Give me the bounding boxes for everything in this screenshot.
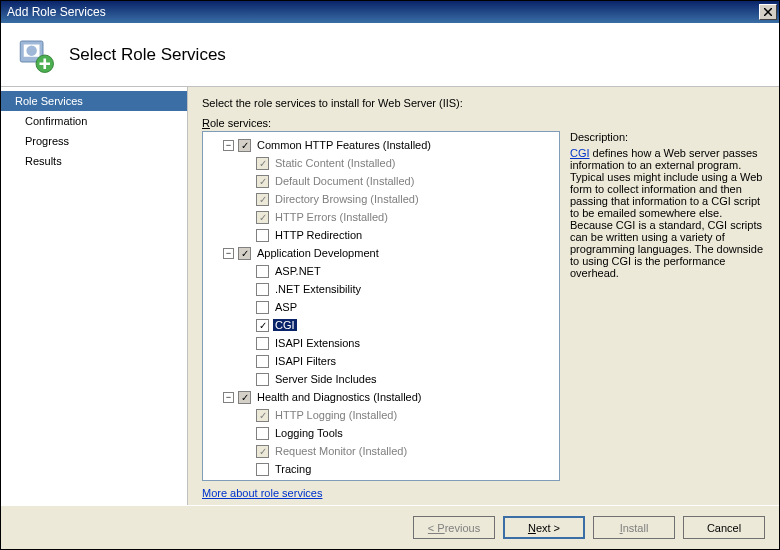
checkbox: ✓ (256, 157, 269, 170)
tree-node-label: Default Document (Installed) (273, 175, 416, 187)
tree-node[interactable]: Custom Logging (205, 478, 557, 481)
more-link[interactable]: More about role services (202, 487, 765, 499)
tree-node[interactable]: ASP (205, 298, 557, 316)
sidebar-item-results[interactable]: Results (1, 151, 187, 171)
sidebar-item-progress[interactable]: Progress (1, 131, 187, 151)
tree-node[interactable]: ASP.NET (205, 262, 557, 280)
tree-node[interactable]: −✓Common HTTP Features (Installed) (205, 136, 557, 154)
tree-node[interactable]: ISAPI Filters (205, 352, 557, 370)
intro-text: Select the role services to install for … (202, 97, 765, 109)
sidebar: Role ServicesConfirmationProgressResults (1, 87, 188, 505)
tree-node[interactable]: Tracing (205, 460, 557, 478)
tree-node-label: CGI (273, 319, 297, 331)
page-title: Select Role Services (69, 45, 226, 65)
tree-node-label: Common HTTP Features (Installed) (255, 139, 433, 151)
tree-node-label: ASP (273, 301, 299, 313)
toggle-icon[interactable]: − (223, 248, 234, 259)
description-body: CGI defines how a Web server passes info… (570, 147, 765, 279)
tree-node-label: HTTP Logging (Installed) (273, 409, 399, 421)
tree-node-label: Logging Tools (273, 427, 345, 439)
checkbox: ✓ (256, 211, 269, 224)
checkbox: ✓ (256, 193, 269, 206)
tree-node-label: HTTP Errors (Installed) (273, 211, 390, 223)
tree-node-label: Directory Browsing (Installed) (273, 193, 421, 205)
tree-node[interactable]: ✓CGI (205, 316, 557, 334)
next-button[interactable]: Next > (503, 516, 585, 539)
tree-node-label: Static Content (Installed) (273, 157, 397, 169)
description-title: Description: (570, 131, 765, 143)
tree-node[interactable]: ✓Request Monitor (Installed) (205, 442, 557, 460)
checkbox[interactable] (256, 301, 269, 314)
checkbox[interactable]: ✓ (238, 247, 251, 260)
main: Role ServicesConfirmationProgressResults… (1, 87, 779, 505)
checkbox[interactable] (256, 463, 269, 476)
checkbox[interactable] (256, 337, 269, 350)
tree-node-label: Application Development (255, 247, 381, 259)
description-panel: Description: CGI defines how a Web serve… (570, 131, 765, 481)
close-icon (764, 8, 772, 16)
svg-point-2 (26, 45, 37, 56)
tree-node-label: ISAPI Filters (273, 355, 338, 367)
checkbox[interactable]: ✓ (238, 391, 251, 404)
tree-node[interactable]: ✓Directory Browsing (Installed) (205, 190, 557, 208)
tree-node[interactable]: Server Side Includes (205, 370, 557, 388)
footer: < Previous Next > Install Cancel (1, 505, 779, 549)
tree-node-label: ISAPI Extensions (273, 337, 362, 349)
checkbox[interactable] (256, 427, 269, 440)
checkbox: ✓ (256, 409, 269, 422)
titlebar: Add Role Services (1, 1, 779, 23)
tree-node[interactable]: ✓Default Document (Installed) (205, 172, 557, 190)
tree-node[interactable]: ✓Static Content (Installed) (205, 154, 557, 172)
tree-node[interactable]: ✓HTTP Errors (Installed) (205, 208, 557, 226)
tree-node[interactable]: −✓Health and Diagnostics (Installed) (205, 388, 557, 406)
toggle-icon[interactable]: − (223, 140, 234, 151)
tree-node-label: Request Monitor (Installed) (273, 445, 409, 457)
checkbox[interactable] (256, 283, 269, 296)
window-title: Add Role Services (7, 5, 106, 19)
checkbox: ✓ (256, 445, 269, 458)
checkbox[interactable]: ✓ (238, 139, 251, 152)
tree-node-label: Health and Diagnostics (Installed) (255, 391, 423, 403)
install-button[interactable]: Install (593, 516, 675, 539)
toggle-icon[interactable]: − (223, 392, 234, 403)
header: Select Role Services (1, 23, 779, 87)
tree-node-label: .NET Extensibility (273, 283, 363, 295)
close-button[interactable] (759, 4, 777, 20)
tree-node[interactable]: .NET Extensibility (205, 280, 557, 298)
content: Select the role services to install for … (188, 87, 779, 505)
checkbox[interactable] (256, 373, 269, 386)
checkbox[interactable]: ✓ (256, 319, 269, 332)
tree-label: Role services: (202, 117, 765, 129)
checkbox[interactable] (256, 265, 269, 278)
tree-node[interactable]: −✓Application Development (205, 244, 557, 262)
role-services-tree[interactable]: −✓Common HTTP Features (Installed)✓Stati… (202, 131, 560, 481)
checkbox[interactable] (256, 229, 269, 242)
checkbox[interactable] (256, 481, 269, 482)
tree-node-label: ASP.NET (273, 265, 323, 277)
checkbox: ✓ (256, 175, 269, 188)
checkbox[interactable] (256, 355, 269, 368)
description-link[interactable]: CGI (570, 147, 590, 159)
cancel-button[interactable]: Cancel (683, 516, 765, 539)
tree-node[interactable]: ✓HTTP Logging (Installed) (205, 406, 557, 424)
sidebar-item-confirmation[interactable]: Confirmation (1, 111, 187, 131)
wizard-icon (15, 34, 57, 76)
tree-node-label: Server Side Includes (273, 373, 379, 385)
sidebar-item-role-services[interactable]: Role Services (1, 91, 187, 111)
tree-node[interactable]: HTTP Redirection (205, 226, 557, 244)
tree-node-label: HTTP Redirection (273, 229, 364, 241)
tree-node-label: Tracing (273, 463, 313, 475)
tree-node[interactable]: Logging Tools (205, 424, 557, 442)
tree-node[interactable]: ISAPI Extensions (205, 334, 557, 352)
previous-button[interactable]: < Previous (413, 516, 495, 539)
